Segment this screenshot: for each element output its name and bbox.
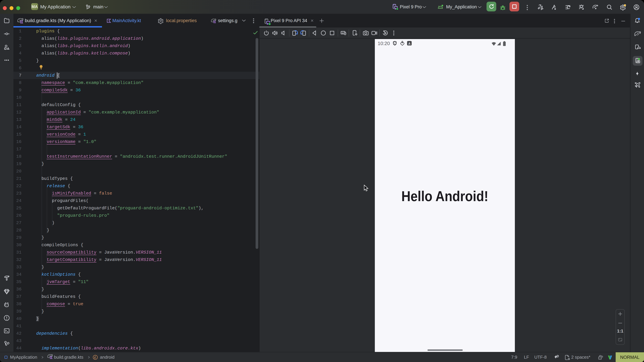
svg-text:A: A: [408, 42, 410, 45]
